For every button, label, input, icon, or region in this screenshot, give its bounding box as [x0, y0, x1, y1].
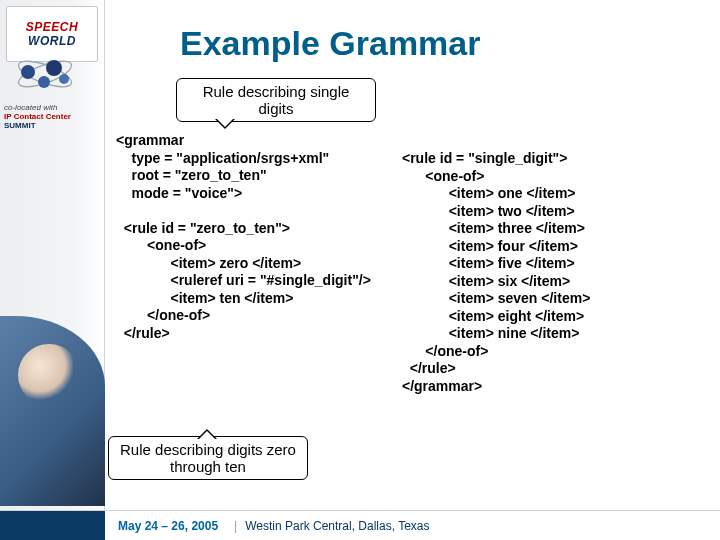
- svg-point-5: [59, 74, 69, 84]
- callout-zero-ten: Rule describing digits zero through ten: [108, 436, 308, 480]
- svg-point-4: [38, 76, 50, 88]
- code-block-right: <rule id = "single_digit"> <one-of> <ite…: [402, 150, 720, 395]
- sidebar: SPEECH WORLD co-located with IP Contact …: [0, 0, 105, 540]
- partner-brand1: IP Contact Center: [4, 112, 71, 121]
- footer: May 24 – 26, 2005 | Westin Park Central,…: [0, 510, 720, 540]
- footer-venue: Westin Park Central, Dallas, Texas: [245, 519, 429, 533]
- partner-brand2: SUMMIT: [4, 121, 36, 130]
- footer-dates: May 24 – 26, 2005: [118, 519, 218, 533]
- logo-line1: SPEECH: [26, 20, 78, 34]
- footer-separator: |: [234, 519, 237, 533]
- sidebar-photo: [0, 316, 105, 506]
- logo-line2: WORLD: [28, 34, 76, 48]
- callout-single-digits: Rule describing single digits: [176, 78, 376, 122]
- svg-point-3: [46, 60, 62, 76]
- partner-block: co-located with IP Contact Center SUMMIT: [4, 104, 100, 130]
- svg-point-2: [21, 65, 35, 79]
- atom-graphic-icon: [10, 54, 80, 94]
- slide-title: Example Grammar: [180, 24, 481, 63]
